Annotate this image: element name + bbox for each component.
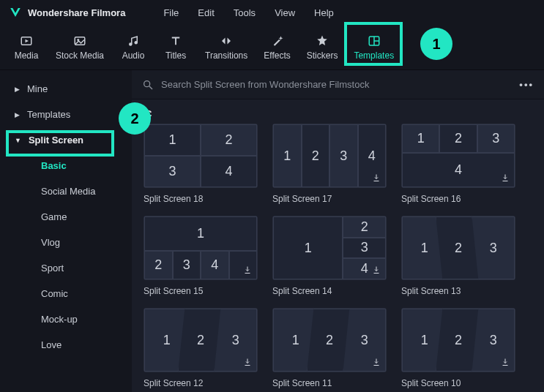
sidebar-sub-game[interactable]: Game [0,204,132,230]
tool-titles[interactable]: Titles [155,30,196,65]
svg-point-4 [129,42,133,46]
template-thumb: 1 2 3 [144,308,258,372]
toolbar: Media Stock Media Audio Titles Transitio… [0,25,544,70]
sidebar-item-mine[interactable]: ▶ Mine [0,76,132,102]
template-thumb: 1 2 3 4 [272,124,387,188]
tool-transitions[interactable]: Transitions [198,30,255,65]
download-icon[interactable] [370,263,383,276]
template-card[interactable]: 1 2 3 4 Split Screen 18 [144,124,258,204]
title-bar: Wondershare Filmora File Edit Tools View… [0,0,544,25]
menu-edit[interactable]: Edit [198,7,214,18]
sidebar-item-label: Mine [27,83,48,94]
template-card[interactable]: 1 2 3 4 Split Screen 16 [401,124,515,204]
template-label: Split Screen 13 [401,286,515,296]
chevron-down-icon: ▼ [15,137,21,144]
tool-stickers-label: Stickers [307,50,338,61]
template-card[interactable]: 1 2 3 Split Screen 10 [401,308,515,388]
template-thumb: 1 2 3 4 [144,216,258,280]
more-options-button[interactable]: ••• [519,79,534,90]
sidebar-item-templates[interactable]: ▶ Templates [0,102,132,127]
download-icon[interactable] [499,171,512,184]
stock-media-icon [72,34,88,48]
template-card[interactable]: 1 2 3 4 Split Screen 14 [272,216,387,296]
template-card[interactable]: 1 2 3 Split Screen 11 [272,308,387,388]
tool-stickers[interactable]: Stickers [299,30,346,65]
annotation-badge-2: 2 [119,102,151,135]
menu-file[interactable]: File [163,7,179,18]
svg-marker-1 [26,39,29,42]
tool-stock-media[interactable]: Stock Media [48,30,111,65]
chevron-right-icon: ▶ [15,111,20,118]
effects-icon [269,34,286,48]
tool-stock-label: Stock Media [56,50,104,61]
menu-bar: File Edit Tools View Help [163,7,333,18]
template-label: Split Screen 16 [401,194,515,204]
sidebar-sub-sport[interactable]: Sport [0,255,132,281]
download-icon[interactable] [499,355,512,369]
sidebar-sub-mock-up[interactable]: Mock-up [0,306,132,332]
sidebar-item-split-screen[interactable]: ▼ Split Screen [0,127,132,153]
sidebar-item-label: Split Screen [29,135,83,146]
search-placeholder: Search Split Screen from Wondershare Fil… [161,79,512,90]
template-label: Split Screen 15 [144,286,258,296]
tool-templates-label: Templates [354,50,394,61]
template-thumb: 1 2 3 [401,308,515,372]
download-icon[interactable] [241,263,254,276]
sidebar-sub-love[interactable]: Love [0,332,132,358]
download-icon[interactable] [370,355,383,369]
template-label: Split Screen 14 [272,286,387,296]
tool-effects-label: Effects [264,50,290,61]
stickers-icon [314,34,330,48]
template-label: Split Screen 12 [144,378,258,388]
menu-tools[interactable]: Tools [234,7,256,18]
media-icon [18,34,34,48]
template-card[interactable]: 1 2 3 Split Screen 12 [144,308,258,388]
app-name: Wondershare Filmora [28,7,125,18]
titles-icon [168,34,184,48]
tool-audio-label: Audio [122,50,145,61]
tool-templates[interactable]: Templates [346,30,401,65]
template-label: Split Screen 11 [272,378,387,388]
svg-line-10 [149,86,152,89]
sidebar: ▶ Mine ▶ Templates ▼ Split Screen Basic … [0,70,132,392]
tool-effects[interactable]: Effects [256,30,297,65]
sidebar-sub-social-media[interactable]: Social Media [0,178,132,204]
sidebar-sub-basic[interactable]: Basic [0,153,132,178]
template-thumb: 1 2 3 [272,308,387,372]
app-logo-icon [9,6,22,19]
menu-help[interactable]: Help [314,7,334,18]
template-label: Split Screen 18 [144,194,258,204]
annotation-badge-1: 1 [420,28,452,60]
tool-transitions-label: Transitions [205,50,247,61]
template-grid: 1 2 3 4 Split Screen 18 1 2 3 4 Split Sc… [132,124,544,392]
chevron-right-icon: ▶ [15,86,20,93]
template-thumb: 1 2 3 [401,216,515,280]
search-icon [142,79,154,91]
svg-point-5 [135,41,138,45]
template-thumb: 1 2 3 4 [144,124,258,188]
template-card[interactable]: 1 2 3 Split Screen 13 [401,216,515,296]
app-brand: Wondershare Filmora [9,6,125,19]
download-icon[interactable] [241,355,254,369]
template-thumb: 1 2 3 4 [272,216,387,280]
template-thumb: 1 2 3 4 [401,124,515,188]
template-label: Split Screen 10 [401,378,515,388]
menu-view[interactable]: View [275,7,295,18]
download-icon[interactable] [370,171,383,184]
tool-audio[interactable]: Audio [113,30,154,65]
transitions-icon [218,34,234,48]
svg-point-9 [144,80,150,86]
template-card[interactable]: 1 2 3 4 Split Screen 15 [144,216,258,296]
main-panel: Search Split Screen from Wondershare Fil… [132,70,544,392]
sidebar-sub-vlog[interactable]: Vlog [0,230,132,255]
tool-media-label: Media [15,50,39,61]
category-indicator: C [132,99,544,124]
template-card[interactable]: 1 2 3 4 Split Screen 17 [272,124,387,204]
template-label: Split Screen 17 [272,194,387,204]
tool-titles-label: Titles [165,50,186,61]
sidebar-sub-comic[interactable]: Comic [0,281,132,306]
tool-media[interactable]: Media [6,30,47,65]
audio-icon [125,34,141,48]
sidebar-item-label: Templates [27,109,70,120]
search-bar[interactable]: Search Split Screen from Wondershare Fil… [132,70,544,99]
